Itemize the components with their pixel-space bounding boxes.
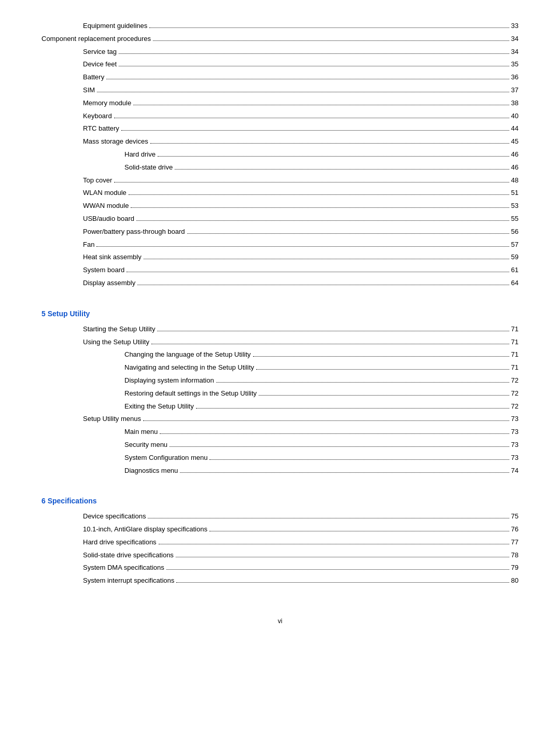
component-replacement-section: Equipment guidelines33Component replacem… [41,21,519,289]
entry-page: 71 [511,324,519,335]
entry-dots [159,544,509,544]
entry-dots [157,331,509,331]
toc-entry: Fan57 [41,240,519,250]
entry-dots [259,395,509,396]
toc-entry: Keyboard40 [41,111,519,122]
entry-page: 37 [511,85,519,96]
entry-label: System Configuration menu [124,453,207,463]
toc-entry: USB/audio board55 [41,214,519,224]
section-heading: 6 Specifications [41,497,519,505]
entry-label: Hard drive [124,149,156,160]
entry-dots [127,272,509,272]
entry-label: Exiting the Setup Utility [124,401,194,412]
entry-dots [166,569,509,570]
entry-label: Device specifications [83,511,146,522]
entry-label: Fan [83,240,94,250]
entry-dots [114,182,509,182]
entry-dots [209,459,509,460]
toc-entry: Navigating and selecting in the Setup Ut… [41,362,519,373]
entry-dots [176,557,509,557]
entry-label: Memory module [83,98,131,109]
entry-label: Device feet [83,59,117,70]
entry-page: 36 [511,72,519,83]
entry-label: Mass storage devices [83,136,148,147]
entry-label: System interrupt specifications [83,575,174,586]
entry-dots [133,105,509,105]
entry-dots [106,79,509,79]
toc-entry: WWAN module53 [41,201,519,212]
entry-dots [131,207,509,208]
entry-page: 80 [511,575,519,586]
specifications-section: 6 SpecificationsDevice specifications751… [41,497,519,586]
entry-page: 45 [511,136,519,147]
entry-dots [151,344,509,344]
entry-label: Component replacement procedures [41,34,151,45]
entry-dots [129,194,509,195]
entry-dots [96,246,509,247]
entry-page: 71 [511,362,519,373]
entry-page: 71 [511,337,519,348]
toc-entry: Hard drive46 [41,149,519,160]
setup-utility-section: 5 Setup UtilityStarting the Setup Utilit… [41,310,519,476]
entry-page: 72 [511,388,519,399]
entry-page: 73 [511,453,519,463]
entry-dots [121,130,509,131]
toc-entry: Device specifications75 [41,511,519,522]
toc-entry: Using the Setup Utility71 [41,337,519,348]
entry-page: 40 [511,111,519,122]
entry-page: 57 [511,240,519,250]
entry-label: Main menu [124,427,158,438]
toc-entry: Equipment guidelines33 [41,21,519,32]
entry-label: RTC battery [83,123,119,134]
entry-dots [148,518,509,518]
entry-dots [97,92,509,92]
toc-entry: Displaying system information72 [41,375,519,386]
entry-dots [143,420,509,421]
toc-entry: Power/battery pass-through board56 [41,227,519,237]
toc-entry: Starting the Setup Utility71 [41,324,519,335]
entry-label: Top cover [83,175,112,186]
toc-entry: Main menu73 [41,427,519,438]
section-heading: 5 Setup Utility [41,310,519,318]
entry-page: 51 [511,188,519,199]
entry-dots [175,169,509,170]
entry-dots [187,233,509,234]
toc-entry: System DMA specifications79 [41,563,519,573]
entry-page: 61 [511,265,519,276]
entry-label: WWAN module [83,201,129,212]
toc-entry: Heat sink assembly59 [41,252,519,263]
toc-entry: Changing the language of the Setup Utili… [41,349,519,360]
entry-page: 72 [511,375,519,386]
entry-page: 73 [511,440,519,451]
entry-page: 46 [511,149,519,160]
entry-page: 74 [511,466,519,476]
toc-entry: Hard drive specifications77 [41,537,519,548]
entry-dots [170,446,509,447]
entry-label: Solid-state drive [124,162,173,173]
entry-label: Service tag [83,47,117,58]
page-footer: vi [41,617,519,625]
entry-dots [158,156,509,157]
toc-entry: Restoring default settings in the Setup … [41,388,519,399]
entry-page: 38 [511,98,519,109]
entry-page: 78 [511,550,519,561]
entry-dots [216,382,509,383]
toc-entry: Display assembly64 [41,278,519,289]
toc-entry: Component replacement procedures34 [41,34,519,45]
entry-dots [114,118,509,118]
entry-dots [119,53,509,54]
entry-dots [153,40,509,41]
entry-label: Diagnostics menu [124,466,178,476]
entry-dots [209,531,509,531]
entry-label: Hard drive specifications [83,537,157,548]
entry-page: 55 [511,214,519,224]
entry-label: Power/battery pass-through board [83,227,185,237]
entry-dots [136,220,509,221]
entry-page: 34 [511,47,519,58]
entry-page: 76 [511,524,519,535]
entry-label: System board [83,265,124,276]
entry-page: 56 [511,227,519,237]
entry-label: SIM [83,85,95,96]
entry-label: Solid-state drive specifications [83,550,174,561]
entry-page: 77 [511,537,519,548]
